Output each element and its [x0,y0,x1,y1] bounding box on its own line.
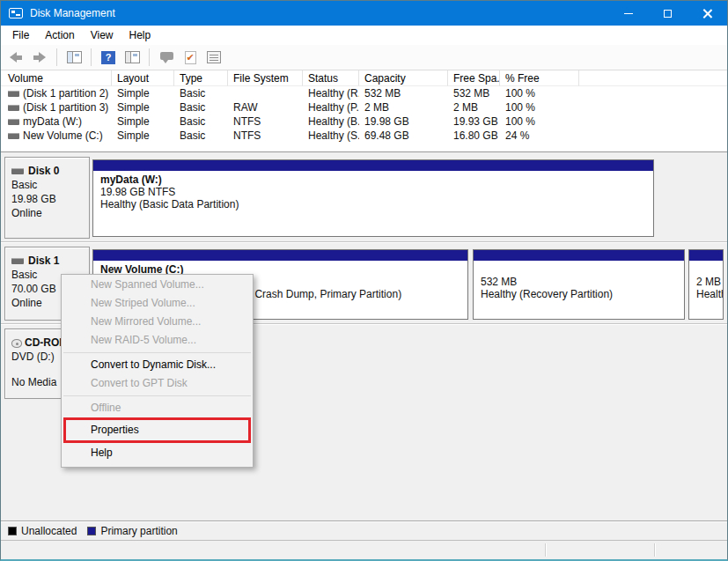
minimize-icon [624,13,633,14]
disk-size: 19.98 GB [11,192,89,206]
partition-title [481,263,684,276]
partition-status: Healthy (Recovery Partition) [481,288,684,300]
check-document-button[interactable]: ✔ [180,48,200,67]
disk-name: Disk 1 [28,255,59,267]
column-header-layout[interactable]: Layout [112,70,174,86]
check-document-icon: ✔ [185,51,196,64]
minimize-button[interactable] [608,1,648,26]
column-header-volume[interactable]: Volume [1,70,112,86]
toolbar-separator [56,48,57,66]
console-tree-button[interactable] [64,48,84,67]
disk-row-separator [1,241,727,243]
menu-separator [63,352,251,353]
partition-size: 2 MB [696,276,723,288]
legend-unallocated: Unallocated [21,525,77,537]
status-bar-separator [545,543,546,557]
action-pane-button[interactable] [122,48,142,67]
column-header-type[interactable]: Type [174,70,228,86]
maximize-button[interactable] [648,1,688,26]
disk-context-menu: New Spanned Volume... New Striped Volume… [61,274,254,468]
table-row[interactable]: (Disk 1 partition 3) Simple Basic RAW He… [1,100,727,114]
status-bar-separator [654,543,655,557]
details-icon [207,51,221,63]
menu-item-help[interactable]: Help [62,444,253,462]
cell-freespace: 16.80 GB [448,128,500,144]
column-header-filesystem[interactable]: File System [228,70,303,86]
menu-separator [63,395,251,396]
cell-status: Healthy (S... [303,128,359,144]
primary-partition-strip [93,250,467,262]
details-button[interactable] [204,48,224,67]
disk-kind: Basic [11,178,89,192]
forward-button[interactable] [30,48,49,67]
close-icon [702,9,712,18]
cell-filesystem: NTFS [228,128,303,144]
menu-item-offline[interactable]: Offline [62,399,253,417]
menu-item-new-raid5-volume[interactable]: New RAID-5 Volume... [62,331,253,350]
disk-name: Disk 0 [28,165,59,177]
window-title: Disk Management [30,7,115,19]
app-disk-icon [9,8,23,18]
partition-title: myData (W:) [100,173,653,186]
column-header-empty [579,70,728,86]
status-bar [1,540,727,560]
menu-item-properties[interactable]: Properties [62,421,253,439]
disk0-panel[interactable]: Disk 0 Basic 19.98 GB Online [4,157,90,239]
volume-icon [8,91,19,97]
disk-management-window: Disk Management File Action View Help ? … [0,0,728,561]
volume-list-header: Volume Layout Type File System Status Ca… [1,70,727,86]
cell-capacity: 69.48 GB [359,128,448,144]
menu-item-convert-dynamic-disk[interactable]: Convert to Dynamic Disk... [62,356,253,374]
menu-item-new-striped-volume[interactable]: New Striped Volume... [62,294,253,313]
column-header-capacity[interactable]: Capacity [359,70,448,86]
primary-partition-strip [93,160,653,172]
cell-pctfree: 24 % [500,128,579,144]
partition-status: Healthy [696,288,723,300]
disk-state: Online [11,206,89,220]
column-header-status[interactable]: Status [303,70,359,86]
partition-recovery[interactable]: 532 MB Healthy (Recovery Partition) [473,249,685,320]
back-button[interactable] [6,48,26,67]
cell-type: Basic [174,128,228,144]
menu-action[interactable]: Action [37,26,82,44]
partition-2mb[interactable]: 2 MB Healthy [688,249,724,320]
table-row[interactable]: New Volume (C:) Simple Basic NTFS Health… [1,129,727,143]
cell-volume: New Volume (C:) [23,129,103,142]
cell-filesystem [228,92,303,95]
menu-item-convert-gpt-disk[interactable]: Convert to GPT Disk [62,374,253,393]
cell-volume: (Disk 1 partition 3) [23,101,108,114]
partition-size: 532 MB [481,276,684,288]
volume-icon [8,105,19,111]
toolbar: ? ✔ [1,45,727,70]
primary-partition-strip [689,250,723,262]
help-button[interactable]: ? [99,48,118,67]
volume-list: Volume Layout Type File System Status Ca… [1,70,727,151]
column-header-pctfree[interactable]: % Free [500,70,579,86]
primary-partition-swatch-icon [87,527,96,535]
cell-volume: myData (W:) [23,115,82,128]
toolbar-separator [91,48,92,66]
help-icon: ? [101,51,115,64]
table-row[interactable]: (Disk 1 partition 2) Simple Basic Health… [1,86,727,100]
menu-item-new-spanned-volume[interactable]: New Spanned Volume... [62,276,253,294]
menu-help[interactable]: Help [121,26,159,44]
legend-primary-partition: Primary partition [100,525,177,537]
menu-file[interactable]: File [4,26,37,44]
unallocated-swatch-icon [8,527,17,535]
menu-view[interactable]: View [83,26,121,44]
popup-window-icon [160,52,173,60]
partition-mydata-w[interactable]: myData (W:) 19.98 GB NTFS Healthy (Basic… [92,159,654,237]
table-row[interactable]: myData (W:) Simple Basic NTFS Healthy (B… [1,114,727,129]
forward-icon [32,52,48,63]
menu-item-new-mirrored-volume[interactable]: New Mirrored Volume... [62,313,253,331]
popup-window-button[interactable] [157,48,176,67]
partition-title [696,263,723,276]
console-tree-icon [67,51,82,63]
cell-volume: (Disk 1 partition 2) [23,87,108,100]
column-header-freespace[interactable]: Free Spa... [448,70,500,86]
maximize-icon [664,10,672,18]
close-button[interactable] [688,1,727,26]
menu-bar: File Action View Help [1,26,727,45]
primary-partition-strip [474,250,684,262]
toolbar-separator [149,48,150,66]
